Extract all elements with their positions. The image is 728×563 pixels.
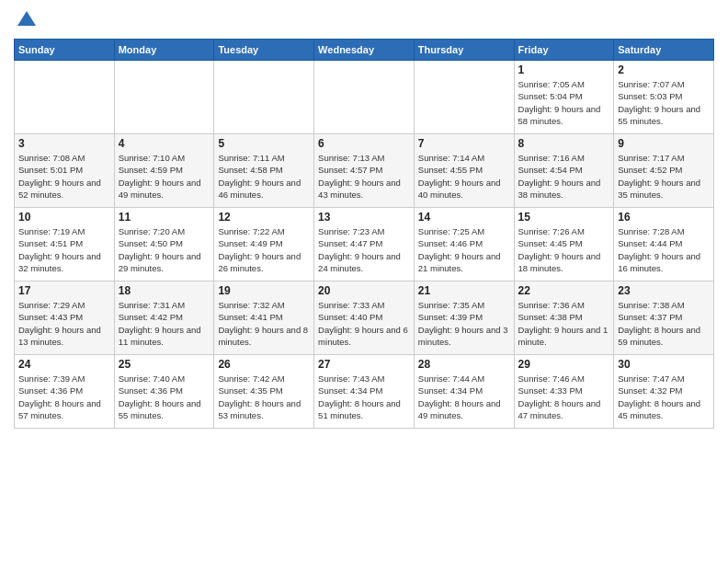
day-info: Sunrise: 7:43 AM Sunset: 4:34 PM Dayligh… <box>318 373 410 421</box>
calendar-cell <box>15 61 115 134</box>
header <box>14 9 714 31</box>
day-info: Sunrise: 7:10 AM Sunset: 4:59 PM Dayligh… <box>119 152 210 201</box>
day-info: Sunrise: 7:16 AM Sunset: 4:54 PM Dayligh… <box>518 152 610 201</box>
day-info: Sunrise: 7:42 AM Sunset: 4:35 PM Dayligh… <box>218 373 310 421</box>
day-info: Sunrise: 7:25 AM Sunset: 4:46 PM Dayligh… <box>418 225 510 274</box>
calendar-week-4: 17Sunrise: 7:29 AM Sunset: 4:43 PM Dayli… <box>15 282 714 355</box>
calendar-cell: 20Sunrise: 7:33 AM Sunset: 4:40 PM Dayli… <box>314 282 415 355</box>
day-number: 16 <box>618 211 710 224</box>
calendar-cell: 22Sunrise: 7:36 AM Sunset: 4:38 PM Dayli… <box>514 282 614 355</box>
weekday-header-tuesday: Tuesday <box>214 40 314 61</box>
day-number: 2 <box>618 63 710 76</box>
calendar-cell: 24Sunrise: 7:39 AM Sunset: 4:36 PM Dayli… <box>15 355 115 429</box>
calendar-cell: 21Sunrise: 7:35 AM Sunset: 4:39 PM Dayli… <box>414 282 514 355</box>
calendar-cell: 11Sunrise: 7:20 AM Sunset: 4:50 PM Dayli… <box>114 208 214 282</box>
day-number: 21 <box>418 284 510 297</box>
day-number: 14 <box>418 211 510 224</box>
day-info: Sunrise: 7:32 AM Sunset: 4:41 PM Dayligh… <box>218 299 310 348</box>
day-number: 28 <box>418 358 510 371</box>
weekday-header-sunday: Sunday <box>15 40 115 61</box>
weekday-header-wednesday: Wednesday <box>314 40 415 61</box>
calendar-cell <box>414 61 514 134</box>
day-info: Sunrise: 7:08 AM Sunset: 5:01 PM Dayligh… <box>18 152 110 201</box>
day-number: 17 <box>18 284 110 297</box>
day-number: 30 <box>618 358 710 371</box>
weekday-header-thursday: Thursday <box>414 40 514 61</box>
day-number: 27 <box>318 358 410 371</box>
day-info: Sunrise: 7:28 AM Sunset: 4:44 PM Dayligh… <box>618 225 710 274</box>
day-info: Sunrise: 7:22 AM Sunset: 4:49 PM Dayligh… <box>218 225 310 274</box>
calendar-cell: 3Sunrise: 7:08 AM Sunset: 5:01 PM Daylig… <box>15 134 115 208</box>
day-info: Sunrise: 7:44 AM Sunset: 4:34 PM Dayligh… <box>418 373 510 421</box>
day-number: 26 <box>218 358 310 371</box>
day-number: 10 <box>18 211 110 224</box>
day-number: 25 <box>119 358 210 371</box>
day-info: Sunrise: 7:23 AM Sunset: 4:47 PM Dayligh… <box>318 225 410 274</box>
day-number: 1 <box>518 63 610 76</box>
calendar-week-5: 24Sunrise: 7:39 AM Sunset: 4:36 PM Dayli… <box>15 355 714 429</box>
calendar-cell: 17Sunrise: 7:29 AM Sunset: 4:43 PM Dayli… <box>15 282 115 355</box>
day-number: 18 <box>119 284 210 297</box>
day-number: 22 <box>518 284 610 297</box>
day-info: Sunrise: 7:19 AM Sunset: 4:51 PM Dayligh… <box>18 225 110 274</box>
calendar-cell: 29Sunrise: 7:46 AM Sunset: 4:33 PM Dayli… <box>514 355 614 429</box>
calendar-cell: 7Sunrise: 7:14 AM Sunset: 4:55 PM Daylig… <box>414 134 514 208</box>
calendar-cell: 23Sunrise: 7:38 AM Sunset: 4:37 PM Dayli… <box>614 282 714 355</box>
calendar-cell: 19Sunrise: 7:32 AM Sunset: 4:41 PM Dayli… <box>214 282 314 355</box>
day-number: 29 <box>518 358 610 371</box>
calendar-cell: 8Sunrise: 7:16 AM Sunset: 4:54 PM Daylig… <box>514 134 614 208</box>
calendar-cell: 9Sunrise: 7:17 AM Sunset: 4:52 PM Daylig… <box>614 134 714 208</box>
day-number: 15 <box>518 211 610 224</box>
day-number: 8 <box>518 137 610 150</box>
day-info: Sunrise: 7:46 AM Sunset: 4:33 PM Dayligh… <box>518 373 610 421</box>
day-info: Sunrise: 7:17 AM Sunset: 4:52 PM Dayligh… <box>618 152 710 201</box>
calendar-cell: 26Sunrise: 7:42 AM Sunset: 4:35 PM Dayli… <box>214 355 314 429</box>
day-info: Sunrise: 7:38 AM Sunset: 4:37 PM Dayligh… <box>618 299 710 348</box>
logo <box>14 9 38 31</box>
day-info: Sunrise: 7:35 AM Sunset: 4:39 PM Dayligh… <box>418 299 510 348</box>
calendar-cell: 30Sunrise: 7:47 AM Sunset: 4:32 PM Dayli… <box>614 355 714 429</box>
day-number: 9 <box>618 137 710 150</box>
logo-icon <box>16 9 38 31</box>
calendar-cell: 2Sunrise: 7:07 AM Sunset: 5:03 PM Daylig… <box>614 61 714 134</box>
day-number: 23 <box>618 284 710 297</box>
calendar-cell: 4Sunrise: 7:10 AM Sunset: 4:59 PM Daylig… <box>114 134 214 208</box>
day-number: 5 <box>218 137 310 150</box>
calendar-cell: 18Sunrise: 7:31 AM Sunset: 4:42 PM Dayli… <box>114 282 214 355</box>
calendar-week-3: 10Sunrise: 7:19 AM Sunset: 4:51 PM Dayli… <box>15 208 714 282</box>
calendar-cell: 27Sunrise: 7:43 AM Sunset: 4:34 PM Dayli… <box>314 355 415 429</box>
calendar-week-1: 1Sunrise: 7:05 AM Sunset: 5:04 PM Daylig… <box>15 61 714 134</box>
day-info: Sunrise: 7:26 AM Sunset: 4:45 PM Dayligh… <box>518 225 610 274</box>
day-info: Sunrise: 7:33 AM Sunset: 4:40 PM Dayligh… <box>318 299 410 348</box>
calendar-cell: 14Sunrise: 7:25 AM Sunset: 4:46 PM Dayli… <box>414 208 514 282</box>
calendar-cell: 1Sunrise: 7:05 AM Sunset: 5:04 PM Daylig… <box>514 61 614 134</box>
day-info: Sunrise: 7:40 AM Sunset: 4:36 PM Dayligh… <box>119 373 210 421</box>
weekday-header-friday: Friday <box>514 40 614 61</box>
calendar-cell: 5Sunrise: 7:11 AM Sunset: 4:58 PM Daylig… <box>214 134 314 208</box>
page: SundayMondayTuesdayWednesdayThursdayFrid… <box>0 0 728 563</box>
calendar-cell: 16Sunrise: 7:28 AM Sunset: 4:44 PM Dayli… <box>614 208 714 282</box>
calendar-cell: 12Sunrise: 7:22 AM Sunset: 4:49 PM Dayli… <box>214 208 314 282</box>
day-number: 3 <box>18 137 110 150</box>
calendar-cell: 28Sunrise: 7:44 AM Sunset: 4:34 PM Dayli… <box>414 355 514 429</box>
calendar-week-2: 3Sunrise: 7:08 AM Sunset: 5:01 PM Daylig… <box>15 134 714 208</box>
day-info: Sunrise: 7:07 AM Sunset: 5:03 PM Dayligh… <box>618 78 710 127</box>
calendar-cell: 25Sunrise: 7:40 AM Sunset: 4:36 PM Dayli… <box>114 355 214 429</box>
day-number: 20 <box>318 284 410 297</box>
calendar-cell <box>214 61 314 134</box>
day-info: Sunrise: 7:14 AM Sunset: 4:55 PM Dayligh… <box>418 152 510 201</box>
day-number: 6 <box>318 137 410 150</box>
day-info: Sunrise: 7:13 AM Sunset: 4:57 PM Dayligh… <box>318 152 410 201</box>
calendar-cell: 13Sunrise: 7:23 AM Sunset: 4:47 PM Dayli… <box>314 208 415 282</box>
day-number: 12 <box>218 211 310 224</box>
calendar-cell <box>114 61 214 134</box>
day-number: 19 <box>218 284 310 297</box>
calendar-cell <box>314 61 415 134</box>
day-info: Sunrise: 7:31 AM Sunset: 4:42 PM Dayligh… <box>119 299 210 348</box>
day-info: Sunrise: 7:39 AM Sunset: 4:36 PM Dayligh… <box>18 373 110 421</box>
weekday-header-saturday: Saturday <box>614 40 714 61</box>
calendar-header-row: SundayMondayTuesdayWednesdayThursdayFrid… <box>15 40 714 61</box>
weekday-header-monday: Monday <box>114 40 214 61</box>
day-info: Sunrise: 7:36 AM Sunset: 4:38 PM Dayligh… <box>518 299 610 348</box>
day-info: Sunrise: 7:29 AM Sunset: 4:43 PM Dayligh… <box>18 299 110 348</box>
